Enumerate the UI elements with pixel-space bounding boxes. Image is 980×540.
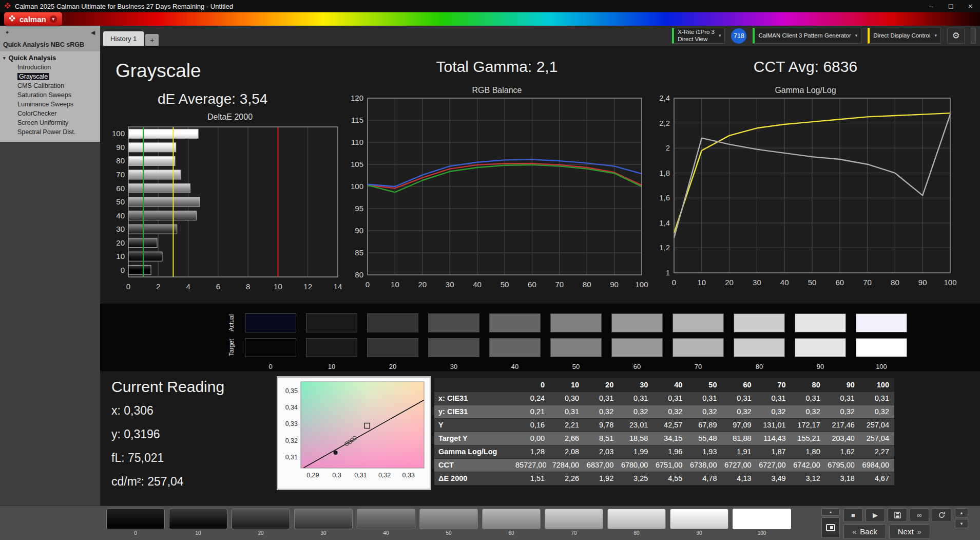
scroll-down-button[interactable]: ▼ [955, 519, 968, 528]
stop-button[interactable]: ■ [843, 508, 863, 522]
table-cell: 0,32 [687, 405, 722, 418]
sidebar-item-introduction[interactable]: Introduction [0, 63, 100, 72]
pattern-window-button[interactable] [821, 517, 840, 538]
svg-text:0,33: 0,33 [285, 420, 298, 427]
table-cell: 18,58 [619, 432, 653, 445]
sidebar-item-label: Screen Uniformity [17, 119, 68, 126]
svg-text:90: 90 [918, 278, 927, 287]
svg-text:80: 80 [116, 156, 125, 165]
play-button[interactable]: ▶ [866, 508, 885, 522]
save-icon [894, 511, 901, 519]
svg-text:1,2: 1,2 [659, 243, 670, 252]
table-cell: 0,31 [550, 405, 584, 418]
pattern-level-label: 70 [545, 530, 603, 536]
measurement-table: 0102030405060708090100x: CIE310,240,300,… [434, 378, 894, 486]
svg-text:70: 70 [555, 280, 564, 289]
strip-actual-swatch-70 [672, 313, 724, 332]
maximize-button[interactable]: □ [941, 0, 960, 12]
toolbar-edge-handle[interactable] [971, 28, 976, 44]
table-cell: 217,46 [825, 418, 860, 432]
svg-text:40: 40 [473, 280, 482, 289]
pattern-level-button-80[interactable] [607, 509, 666, 529]
strip-actual-swatch-60 [611, 313, 663, 332]
table-cell: 0,32 [584, 405, 619, 418]
chevron-down-icon: ▾ [719, 33, 721, 39]
pattern-control-bar: 0102030405060708090100 ▲ ■ ▶ ∞ [0, 506, 980, 540]
svg-text:0,35: 0,35 [285, 387, 298, 395]
pattern-level-button-60[interactable] [482, 509, 541, 529]
sidebar-item-spectral-power-dist-[interactable]: Spectral Power Dist. [0, 127, 100, 137]
table-cell: 0,31 [860, 392, 894, 405]
continuous-read-button[interactable]: ∞ [910, 508, 929, 522]
minimize-button[interactable]: – [921, 0, 941, 12]
pattern-level-button-90[interactable] [670, 509, 728, 529]
table-cell: 34,15 [653, 432, 687, 445]
table-cell: 8,51 [584, 432, 619, 445]
svg-text:2: 2 [156, 282, 160, 291]
table-row: ΔE 20001,512,261,923,254,554,784,133,493… [434, 472, 894, 485]
sidebar-item-screen-uniformity[interactable]: Screen Uniformity [0, 118, 100, 127]
tab-add-button[interactable]: + [145, 34, 159, 46]
svg-text:30: 30 [446, 280, 454, 289]
rainbow-gradient-bar: calman ▾ [0, 12, 980, 26]
table-cell: 203,40 [825, 432, 860, 445]
sidebar-menu-button[interactable]: ✦ [2, 27, 12, 38]
table-cell: 97,09 [722, 418, 756, 432]
pattern-level-button-50[interactable] [419, 509, 478, 529]
titlebar: Calman 2025 Calman Ultimate for Business… [0, 0, 980, 12]
settings-gear-button[interactable]: ⚙ [947, 28, 965, 44]
pattern-level-button-30[interactable] [294, 509, 353, 529]
table-cell: 1,87 [757, 445, 791, 458]
pattern-level-button-10[interactable] [169, 509, 227, 529]
cie-chart-panel: 0,310,320,330,340,350,290,30,310,320,33 [277, 376, 431, 490]
meter-selector[interactable]: X-Rite i1Pro 3 Direct View ▾ [672, 28, 725, 44]
refresh-button[interactable] [932, 508, 951, 522]
pattern-level-button-70[interactable] [545, 509, 603, 529]
tab-history-1[interactable]: History 1 [103, 31, 144, 46]
sidebar-item-colorchecker[interactable]: ColorChecker [0, 109, 100, 118]
panel-expand-button[interactable]: ▲ [821, 508, 840, 516]
chevron-down-icon: ▾ [855, 33, 858, 39]
table-cell: 2,21 [550, 418, 584, 432]
table-cell: 1,51 [515, 472, 550, 485]
tree-root-quick-analysis[interactable]: ▾ Quick Analysis [0, 53, 100, 63]
chevron-down-icon: ▾ [934, 33, 937, 39]
table-row-label: y: CIE31 [434, 405, 515, 418]
pattern-generator-selector[interactable]: CalMAN Client 3 Pattern Generator ▾ [753, 28, 861, 44]
close-button[interactable]: × [960, 0, 980, 12]
gamma-loglog-chart: 11,21,41,61,822,22,401020304050607080901… [651, 94, 959, 294]
workflow-sidebar: ✦ ◀ Quick Analysis NBC sRGB ▾ Quick Anal… [0, 26, 100, 506]
table-cell: 2,66 [550, 432, 584, 445]
scroll-up-button[interactable]: ▲ [955, 508, 968, 517]
next-button[interactable]: Next » [889, 524, 930, 539]
save-button[interactable] [888, 508, 907, 522]
svg-text:115: 115 [351, 116, 363, 124]
svg-text:1,8: 1,8 [659, 169, 670, 177]
svg-text:4: 4 [186, 282, 190, 291]
sidebar-collapse-button[interactable]: ◀ [88, 27, 98, 38]
svg-text:90: 90 [116, 143, 125, 152]
pattern-level-button-40[interactable] [357, 509, 415, 529]
pattern-level-button-20[interactable] [232, 509, 290, 529]
table-cell: 0,31 [757, 392, 791, 405]
sidebar-item-cms-calibration[interactable]: CMS Calibration [0, 81, 100, 90]
sidebar-item-luminance-sweeps[interactable]: Luminance Sweeps [0, 100, 100, 109]
pattern-level-button-0[interactable] [106, 509, 165, 529]
svg-text:100: 100 [635, 280, 648, 289]
back-button[interactable]: « Back [843, 524, 886, 539]
table-cell: 3,49 [757, 472, 791, 485]
svg-text:20: 20 [725, 278, 734, 287]
table-cell: 3,12 [791, 472, 825, 485]
meter-badge[interactable]: 718 [731, 28, 746, 44]
svg-text:20: 20 [116, 238, 125, 247]
pattern-level-button-100[interactable] [733, 509, 791, 529]
sidebar-item-grayscale[interactable]: Grayscale [0, 72, 100, 81]
sidebar-item-saturation-sweeps[interactable]: Saturation Sweeps [0, 90, 100, 100]
strip-target-swatch-40 [489, 338, 541, 357]
display-control-selector[interactable]: Direct Display Control ▾ [868, 28, 941, 44]
deltae-bar-chart: 100908070605040302010002468101214 [107, 124, 353, 303]
table-col-header: 20 [584, 378, 619, 392]
calman-logo-button[interactable]: calman ▾ [4, 12, 62, 26]
svg-text:100: 100 [944, 278, 956, 287]
svg-text:0: 0 [121, 266, 125, 274]
